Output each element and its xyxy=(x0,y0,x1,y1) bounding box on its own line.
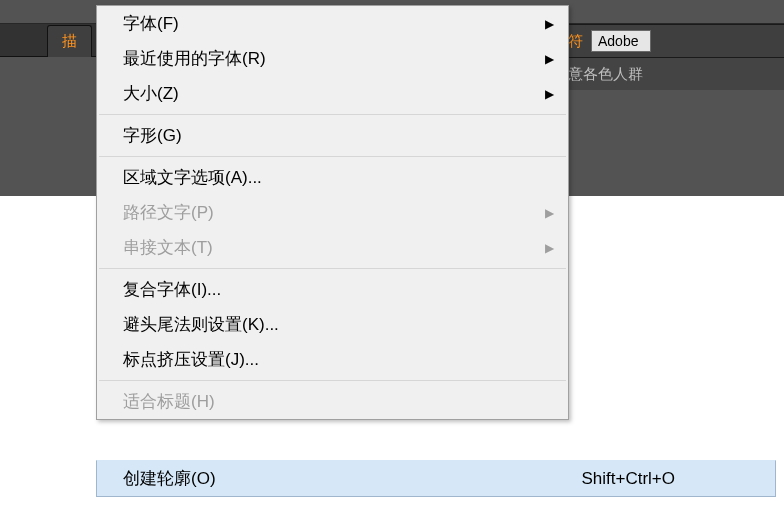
menu-item-label: 大小(Z) xyxy=(123,82,542,105)
tab-label: 描 xyxy=(62,32,77,51)
menu-item-label: 避头尾法则设置(K)... xyxy=(123,313,542,336)
menu-item[interactable]: 字体(F)▶ xyxy=(97,6,568,41)
menu-item: 路径文字(P)▶ xyxy=(97,195,568,230)
type-menu[interactable]: 字体(F)▶最近使用的字体(R)▶大小(Z)▶字形(G)区域文字选项(A)...… xyxy=(96,5,569,420)
menu-separator xyxy=(99,156,566,157)
menu-item-label: 适合标题(H) xyxy=(123,390,542,413)
submenu-arrow-icon: ▶ xyxy=(545,17,554,31)
menu-item-label: 字体(F) xyxy=(123,12,542,35)
menu-separator xyxy=(99,114,566,115)
menu-item-label: 创建轮廓(O) xyxy=(123,467,363,490)
menu-item[interactable]: 区域文字选项(A)... xyxy=(97,160,568,195)
menu-item[interactable]: 大小(Z)▶ xyxy=(97,76,568,111)
menu-item-shortcut: Shift+Ctrl+O xyxy=(581,469,675,489)
menu-item-label: 复合字体(I)... xyxy=(123,278,542,301)
submenu-arrow-icon: ▶ xyxy=(545,241,554,255)
menu-item: 适合标题(H) xyxy=(97,384,568,419)
menu-item-label: 串接文本(T) xyxy=(123,236,542,259)
menu-separator xyxy=(99,268,566,269)
menu-item-label: 字形(G) xyxy=(123,124,542,147)
menu-item-label: 区域文字选项(A)... xyxy=(123,166,542,189)
menu-separator xyxy=(99,380,566,381)
menu-item[interactable]: 标点挤压设置(J)... xyxy=(97,342,568,377)
font-family-dropdown[interactable]: Adobe xyxy=(591,30,651,52)
submenu-arrow-icon: ▶ xyxy=(545,87,554,101)
menu-item[interactable]: 避头尾法则设置(K)... xyxy=(97,307,568,342)
menu-item-label: 路径文字(P) xyxy=(123,201,542,224)
menu-item[interactable]: 复合字体(I)... xyxy=(97,272,568,307)
submenu-arrow-icon: ▶ xyxy=(545,206,554,220)
menu-item[interactable]: 最近使用的字体(R)▶ xyxy=(97,41,568,76)
menu-item-label: 标点挤压设置(J)... xyxy=(123,348,542,371)
menu-item[interactable]: 字形(G) xyxy=(97,118,568,153)
font-family-value: Adobe xyxy=(598,33,638,49)
menu-item: 串接文本(T)▶ xyxy=(97,230,568,265)
active-tab[interactable]: 描 xyxy=(47,25,92,57)
menu-item-create-outlines[interactable]: 创建轮廓(O) Shift+Ctrl+O xyxy=(96,460,776,497)
submenu-arrow-icon: ▶ xyxy=(545,52,554,66)
menu-item-label: 最近使用的字体(R) xyxy=(123,47,542,70)
